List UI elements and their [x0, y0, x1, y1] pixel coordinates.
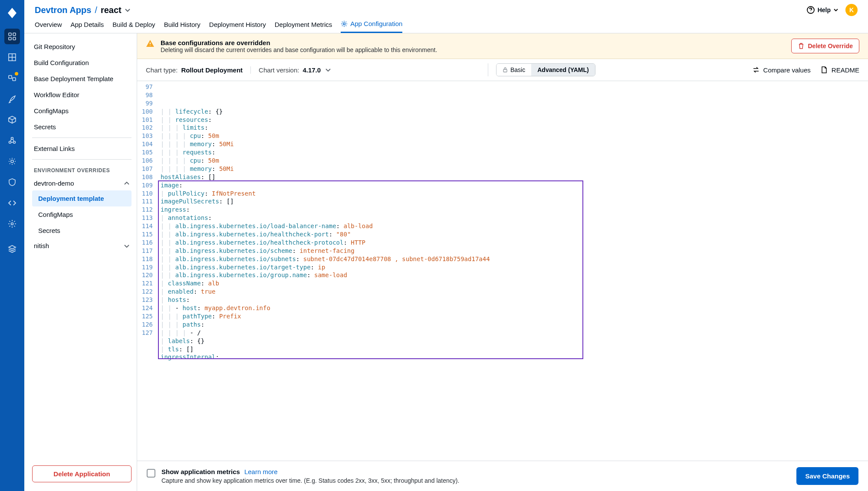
view-mode-segment: Basic Advanced (YAML) [496, 63, 595, 76]
editor-gutter: 9798991001011021031041051061071081091101… [137, 81, 158, 461]
rail-grid-icon[interactable] [4, 49, 20, 65]
help-button[interactable]: Help [806, 6, 838, 14]
rail-shield-icon[interactable] [4, 174, 20, 190]
chevron-down-icon [833, 7, 838, 13]
header: Devtron Apps / react Help K [24, 0, 868, 16]
lock-icon [503, 67, 508, 72]
footer: Show application metrics Learn more Capt… [137, 461, 868, 491]
sidebar-item-workflow-editor[interactable]: Workflow Editor [32, 87, 132, 103]
tab-app-configuration[interactable]: App Configuration [341, 20, 402, 33]
svg-rect-8 [13, 78, 16, 81]
rail-rocket-icon[interactable] [4, 91, 20, 107]
alert-subtitle: Deleting will discard the current overri… [161, 46, 437, 53]
sidebar-item-configmaps[interactable]: ConfigMaps [32, 103, 132, 119]
rail-blocks-icon[interactable] [4, 70, 20, 86]
sidebar-item-external-links[interactable]: External Links [32, 141, 132, 157]
rail-cluster-icon[interactable] [4, 133, 20, 148]
rail-settings-icon[interactable] [4, 216, 20, 232]
metrics-subtitle: Capture and show key application metrics… [161, 477, 459, 484]
breadcrumb-leaf[interactable]: react [101, 5, 131, 15]
compare-icon [752, 66, 760, 74]
sidebar-item-build-configuration[interactable]: Build Configuration [32, 55, 132, 71]
trash-icon [798, 43, 805, 49]
save-changes-button[interactable]: Save Changes [796, 467, 858, 485]
chart-version-value[interactable]: 4.17.0 [302, 66, 331, 74]
compare-values-button[interactable]: Compare values [752, 66, 811, 74]
breadcrumb-parent[interactable]: Devtron Apps [35, 5, 91, 15]
chevron-up-icon [124, 180, 130, 187]
svg-rect-0 [9, 33, 11, 36]
svg-rect-2 [9, 37, 11, 40]
rail-code-icon[interactable] [4, 195, 20, 211]
chart-type-label: Chart type: [146, 66, 178, 74]
learn-more-link[interactable]: Learn more [244, 468, 278, 475]
readme-button[interactable]: README [820, 66, 859, 74]
metrics-title: Show application metrics [161, 468, 240, 475]
chevron-down-icon [124, 7, 131, 13]
chart-version-label: Chart version: [259, 66, 299, 74]
tab-deployment-history[interactable]: Deployment History [209, 20, 266, 33]
rail-cube-icon[interactable] [4, 112, 20, 128]
rail-gear-icon[interactable] [4, 154, 20, 169]
tab-deployment-metrics[interactable]: Deployment Metrics [275, 20, 332, 33]
tab-overview[interactable]: Overview [35, 20, 62, 33]
sidebar-item-git-repository[interactable]: Git Repository [32, 39, 132, 55]
env-nitish[interactable]: nitish [32, 239, 132, 253]
chart-toolbar: Chart type: Rollout Deployment Chart ver… [137, 59, 868, 81]
help-icon [806, 6, 815, 14]
env-child-configmaps[interactable]: ConfigMaps [32, 206, 132, 223]
env-child-secrets[interactable]: Secrets [32, 223, 132, 239]
avatar[interactable]: K [845, 4, 858, 16]
svg-point-9 [11, 137, 13, 140]
svg-point-15 [343, 23, 345, 25]
app-logo[interactable] [4, 5, 20, 21]
svg-rect-16 [503, 69, 507, 72]
breadcrumb: Devtron Apps / react [35, 5, 131, 15]
metrics-checkbox[interactable] [147, 469, 155, 478]
override-alert: Base configurations are overridden Delet… [137, 33, 868, 59]
svg-rect-3 [13, 37, 16, 40]
alert-title: Base configurations are overridden [161, 39, 437, 46]
advanced-mode-button[interactable]: Advanced (YAML) [531, 64, 595, 76]
tab-app-details[interactable]: App Details [71, 20, 104, 33]
editor-code[interactable]: | | lifecycle: {}| | resources:| | | lim… [158, 81, 868, 461]
left-rail [0, 0, 24, 491]
chevron-down-icon [124, 243, 130, 249]
yaml-editor[interactable]: 9798991001011021031041051061071081091101… [137, 81, 868, 461]
gear-icon [341, 20, 348, 27]
file-icon [820, 66, 828, 74]
tab-build-deploy[interactable]: Build & Deploy [112, 20, 155, 33]
rail-layers-icon[interactable] [4, 241, 20, 257]
env-child-deployment-template[interactable]: Deployment template [32, 190, 132, 206]
breadcrumb-sep: / [95, 5, 97, 15]
basic-mode-button[interactable]: Basic [496, 64, 531, 76]
config-sidebar: Git RepositoryBuild ConfigurationBase De… [24, 33, 137, 491]
delete-application-button[interactable]: Delete Application [32, 465, 132, 482]
sidebar-item-base-deployment-template[interactable]: Base Deployment Template [32, 71, 132, 87]
sidebar-heading-overrides: ENVIRONMENT OVERRIDES [32, 162, 132, 176]
svg-point-12 [11, 160, 13, 163]
rail-apps-icon[interactable] [4, 29, 20, 44]
warning-icon [146, 39, 155, 48]
chevron-down-icon [325, 67, 331, 73]
svg-point-13 [11, 223, 13, 225]
delete-override-button[interactable]: Delete Override [791, 39, 860, 53]
svg-rect-7 [9, 75, 12, 79]
sidebar-item-secrets[interactable]: Secrets [32, 119, 132, 135]
tabs: OverviewApp DetailsBuild & DeployBuild H… [24, 16, 868, 33]
env-devtron-demo[interactable]: devtron-demo [32, 176, 132, 190]
tab-build-history[interactable]: Build History [164, 20, 201, 33]
chart-type-value: Rollout Deployment [181, 66, 243, 74]
svg-rect-1 [13, 33, 16, 36]
